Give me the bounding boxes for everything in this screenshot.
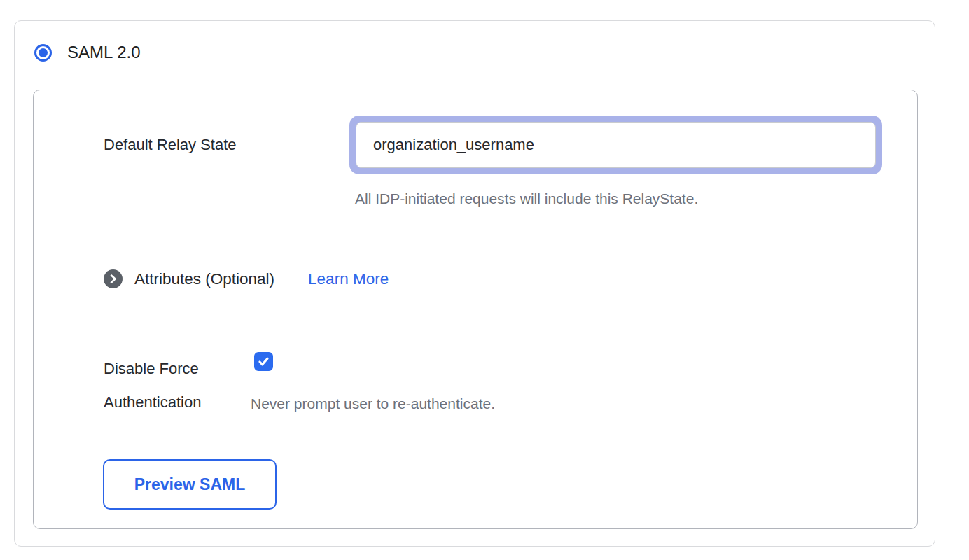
relay-state-help: All IDP-initiated requests will include … xyxy=(355,189,917,208)
saml-radio-dot xyxy=(39,48,48,57)
relay-state-focus-ring xyxy=(349,115,882,174)
saml-radio-button[interactable] xyxy=(34,44,52,62)
checkmark-icon xyxy=(258,356,270,368)
saml-radio-row: SAML 2.0 xyxy=(15,21,935,62)
attributes-label: Attributes (Optional) xyxy=(134,270,274,288)
force-auth-row: Disable Force Authentication Never promp… xyxy=(104,352,917,419)
relay-state-row: Default Relay State xyxy=(104,115,917,174)
saml-settings-card: Default Relay State All IDP-initiated re… xyxy=(33,90,918,529)
relay-state-label: Default Relay State xyxy=(104,135,349,155)
force-auth-help: Never prompt user to re-authenticate. xyxy=(251,394,917,413)
chevron-right-glyph xyxy=(109,274,118,284)
relay-state-input[interactable] xyxy=(356,122,876,168)
preview-saml-button[interactable]: Preview SAML xyxy=(103,459,277,510)
chevron-right-circle-icon[interactable] xyxy=(104,270,123,288)
saml-radio-label: SAML 2.0 xyxy=(67,43,141,62)
learn-more-link[interactable]: Learn More xyxy=(308,270,389,288)
attributes-row: Attributes (Optional) Learn More xyxy=(104,270,917,288)
force-auth-checkbox[interactable] xyxy=(254,352,273,371)
force-auth-control: Never prompt user to re-authenticate. xyxy=(244,352,917,413)
saml-option-card: SAML 2.0 Default Relay State All IDP-ini… xyxy=(14,20,935,547)
force-auth-label: Disable Force Authentication xyxy=(104,352,244,419)
